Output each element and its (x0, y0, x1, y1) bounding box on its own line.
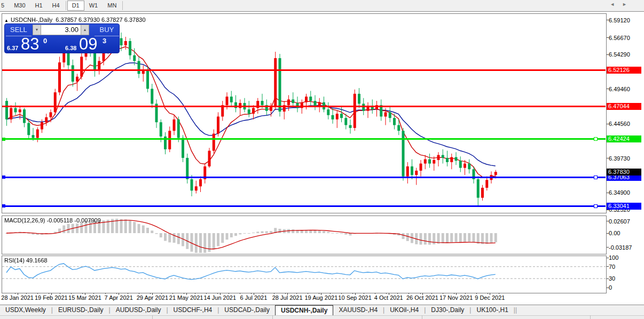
time-axis-minor-tick (296, 293, 297, 294)
chart-tab-ukoil[interactable]: UKOil-,H4 (384, 305, 424, 315)
toolbar-separator (122, 1, 123, 10)
chart-tab-uk100[interactable]: UK100-,H1 (471, 305, 513, 315)
bottom-strip-separator (272, 315, 273, 319)
time-axis-minor-tick (93, 293, 94, 294)
horizontal-level-line-6.33041[interactable] (2, 205, 606, 207)
trading-platform-window: 5M30H1H4D1W1MN ▲USDCNH-,Daily 6.37857 6.… (0, 0, 644, 319)
time-axis-minor-tick (263, 293, 263, 294)
buy-button[interactable]: BUY (95, 24, 119, 36)
price-level-badge: 6.42424 (607, 135, 641, 142)
horizontal-level-line-6.47044[interactable] (2, 106, 606, 107)
time-axis-minor-tick (206, 293, 207, 294)
collapse-arrow-icon[interactable]: ▲ (4, 18, 9, 23)
chart-tab-usdcad[interactable]: USDCAD-,Daily (219, 305, 275, 315)
time-axis-major-tick (287, 293, 288, 295)
chart-tab-xauusd[interactable]: XAUUSD-,H4 (333, 305, 383, 315)
level-line-right-handle[interactable] (594, 137, 598, 141)
timeframe-button-h1[interactable]: H1 (30, 1, 48, 11)
timeframe-button-d1[interactable]: D1 (67, 1, 84, 11)
bottom-strip-separator (152, 315, 153, 319)
timeframe-toolbar: 5M30H1H4D1W1MN (0, 0, 644, 12)
level-line-right-handle[interactable] (594, 204, 598, 208)
level-line-left-handle[interactable] (2, 176, 5, 179)
volume-input[interactable]: 3.00 (41, 25, 81, 35)
time-axis-major-tick (85, 293, 85, 295)
volume-decrease-button[interactable]: ▼ (33, 25, 41, 35)
time-axis-minor-tick (397, 293, 398, 294)
level-line-left-handle[interactable] (2, 138, 5, 141)
tab-scroll-right-icon[interactable]: ► (622, 2, 634, 7)
timeframe-button-5[interactable]: 5 (0, 1, 9, 11)
time-axis-minor-tick (161, 293, 162, 294)
time-axis-minor-tick (330, 293, 331, 294)
chart-tab-bar: USDX,Weekly|EURUSD-,Daily|AUDUSD-,Daily|… (0, 305, 644, 315)
time-axis-minor-tick (499, 293, 499, 294)
time-axis-minor-tick (172, 293, 173, 294)
time-axis-minor-tick (60, 293, 60, 294)
time-axis-minor-tick (26, 293, 27, 294)
price-axis-tick-label: 6.49460 (609, 86, 630, 92)
time-axis-minor-tick (217, 293, 218, 294)
time-axis-minor-tick (319, 293, 319, 294)
sell-price-big-digits: 83 (21, 35, 39, 54)
timeframe-button-h4[interactable]: H4 (48, 1, 65, 11)
level-line-right-handle[interactable] (594, 176, 598, 179)
timeframe-button-mn[interactable]: MN (103, 1, 121, 11)
time-axis-major-tick (220, 293, 221, 295)
price-axis-tick-label: 6.54290 (609, 51, 630, 58)
sell-price-prefix: 6.37 (7, 45, 18, 51)
time-axis-minor-tick (150, 293, 151, 294)
time-axis-major-tick (389, 293, 389, 295)
time-axis-major-tick (355, 293, 356, 295)
time-axis-major-tick (254, 293, 254, 295)
time-axis-minor-tick (82, 293, 83, 294)
timeframe-button-w1[interactable]: W1 (84, 1, 103, 11)
time-axis-minor-tick (443, 293, 443, 294)
tab-scroll-left-icon[interactable]: ◄ (610, 2, 622, 7)
time-axis-minor-tick (465, 293, 466, 294)
macd-axis-tick-label: -0.03187 (609, 244, 632, 251)
price-level-badge: 6.33041 (607, 203, 641, 210)
chart-tab-usdx[interactable]: USDX,Weekly (0, 305, 51, 315)
chart-tab-usdcnh[interactable]: USDCNH-,Daily (275, 305, 333, 315)
rsi-canvas[interactable] (2, 256, 606, 292)
time-axis-major-tick (119, 293, 119, 295)
time-axis-minor-tick (105, 293, 106, 294)
time-axis-minor-tick (308, 293, 308, 294)
time-axis-minor-tick (431, 293, 432, 294)
time-axis-minor-tick (341, 293, 342, 294)
bid-price-badge: 6.37830 (607, 169, 641, 176)
rsi-label: RSI(14) 49.1668 (4, 257, 48, 264)
time-axis-minor-tick (49, 293, 49, 294)
bottom-strip-separator (590, 315, 591, 319)
chart-tab-audusd[interactable]: AUDUSD-,Daily (111, 305, 167, 315)
chart-tab-dj30[interactable]: DJ30-,Daily (426, 305, 469, 315)
time-axis-minor-tick (476, 293, 477, 294)
volume-increase-button[interactable]: ▲ (81, 25, 89, 35)
sell-price-pip-digit: 0 (43, 37, 47, 45)
chart-tab-eurusd[interactable]: EURUSD-,Daily (53, 305, 109, 315)
time-axis-minor-tick (352, 293, 353, 294)
tab-scroll-arrows[interactable]: ◄► (610, 2, 634, 7)
macd-label: MACD(12,26,9) -0.005118 -0.007909 (4, 217, 101, 224)
time-axis-minor-tick (454, 293, 454, 294)
tab-separator: | (515, 305, 517, 315)
chart-title: ▲USDCNH-,Daily 6.37857 6.37930 6.37827 6… (4, 17, 146, 23)
chart-tab-usdchf[interactable]: USDCHF-,H4 (168, 305, 218, 315)
horizontal-level-line-6.37063[interactable] (2, 177, 606, 178)
price-level-badge: 6.52126 (607, 67, 641, 74)
buy-price-display[interactable]: 6.38 09 3 (63, 37, 119, 53)
time-axis-minor-tick (195, 293, 195, 294)
timeframe-button-m30[interactable]: M30 (9, 1, 30, 11)
bottom-strip (0, 315, 644, 319)
level-line-left-handle[interactable] (2, 204, 5, 208)
time-axis-major-tick (422, 293, 423, 295)
rsi-axis-tick-label: 30 (609, 275, 615, 282)
horizontal-level-line-6.42424[interactable] (2, 138, 606, 140)
time-axis-minor-tick (285, 293, 286, 294)
rsi-axis-tick-label: 70 (609, 264, 615, 270)
price-level-badge: 6.47044 (607, 103, 641, 110)
horizontal-level-line-6.52126[interactable] (2, 69, 606, 71)
buy-price-big-digits: 09 (79, 35, 97, 54)
sell-price-display[interactable]: 6.37 83 0 (5, 37, 61, 53)
